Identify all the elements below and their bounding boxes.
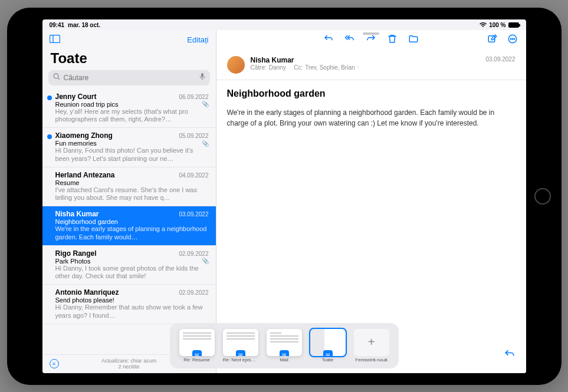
battery-percent: 100 % xyxy=(489,22,505,28)
app-body: Editați Toate Jenny Court 06.09.2022 xyxy=(42,30,526,373)
shelf-item[interactable]: ✉ Toate xyxy=(310,329,346,363)
forward-icon[interactable] xyxy=(366,34,376,47)
msg-preview: Hi Danny, Remember that auto show we too… xyxy=(55,304,209,320)
msg-preview: Hey, y'all! Here are my selects (that's … xyxy=(55,108,209,124)
plus-icon: + xyxy=(354,329,389,356)
trash-icon[interactable] xyxy=(387,34,398,47)
content-pane: Nisha Kumar 03.09.2022 Către: Danny Cc: … xyxy=(216,30,526,373)
sidebar-toggle-icon[interactable] xyxy=(50,35,60,45)
screen: 09:41 mar. 18 oct. 100 % Editați Toate xyxy=(42,19,526,373)
to-label: Către: xyxy=(251,64,267,71)
status-time: 09:41 xyxy=(50,22,65,28)
svg-point-8 xyxy=(512,38,513,39)
message-item[interactable]: Herland Antezana 04.09.2022 Resume I've … xyxy=(42,167,216,207)
mail-app-icon: ✉ xyxy=(323,350,333,356)
home-button[interactable] xyxy=(534,188,551,205)
message-item[interactable]: Nisha Kumar 03.09.2022 Neighborhood gard… xyxy=(42,206,216,246)
mic-icon[interactable] xyxy=(199,73,205,83)
msg-preview: Hi Danny, I took some great photos of th… xyxy=(55,265,209,281)
compose-icon[interactable] xyxy=(487,34,498,47)
message-item[interactable]: Rigo Rangel 02.09.2022 Park Photos 📎 Hi … xyxy=(42,246,216,285)
svg-point-7 xyxy=(510,38,511,39)
msg-date: 05.09.2022 xyxy=(179,133,208,139)
quick-reply-icon[interactable] xyxy=(504,348,516,363)
attachment-icon: 📎 xyxy=(202,140,209,147)
msg-sender: Rigo Rangel xyxy=(55,249,97,258)
reply-icon[interactable] xyxy=(323,34,334,47)
msg-sender: Herland Antezana xyxy=(55,171,115,179)
msg-preview: Hi Danny, Found this photo! Can you beli… xyxy=(55,147,209,163)
search-icon xyxy=(53,73,60,82)
app-shelf: ✉ Re: Resume ✉ Re: Next episode's g… ✉ M… xyxy=(170,323,399,368)
content-toolbar xyxy=(216,30,526,50)
shelf-label: Toate xyxy=(322,357,334,363)
shelf-label: Fereastră nouă xyxy=(355,357,387,363)
battery-icon xyxy=(508,22,519,28)
avatar[interactable] xyxy=(227,56,245,74)
message-item[interactable]: Xiaomeng Zhong 05.09.2022 Fun memories 📎… xyxy=(42,128,216,167)
msg-subject: Reunion road trip pics xyxy=(55,101,119,108)
message-list: Jenny Court 06.09.2022 Reunion road trip… xyxy=(42,89,216,354)
shelf-thumbnail: ✉ xyxy=(179,329,215,356)
mailbox-title: Toate xyxy=(42,50,216,70)
shelf-thumbnail: ✉ xyxy=(223,329,258,356)
shelf-label: Re: Resume xyxy=(183,357,209,363)
msg-date: 04.09.2022 xyxy=(179,172,208,179)
email-from[interactable]: Nisha Kumar xyxy=(251,56,294,64)
msg-preview: We're in the early stages of planning a … xyxy=(55,225,209,242)
svg-rect-0 xyxy=(50,35,60,42)
shelf-thumbnail: ✉ xyxy=(310,329,346,356)
shelf-item[interactable]: ✉ Mail xyxy=(267,329,302,363)
footer-status-2: 2 necitite xyxy=(118,364,139,370)
svg-point-2 xyxy=(54,74,58,78)
reply-all-icon[interactable] xyxy=(344,34,355,47)
attachment-icon: 📎 xyxy=(202,101,209,107)
attachment-icon: 📎 xyxy=(202,258,209,264)
shelf-item[interactable]: ✉ Re: Resume xyxy=(179,329,215,363)
ipad-frame: 09:41 mar. 18 oct. 100 % Editați Toate xyxy=(7,8,562,385)
shelf-label: Re: Next episode's g… xyxy=(223,357,258,363)
msg-subject: Neighborhood garden xyxy=(55,218,118,225)
msg-subject: Send photos please! xyxy=(55,297,114,304)
email-body: Neighborhood garden We're in the early s… xyxy=(216,80,526,137)
sidebar: Editați Toate Jenny Court 06.09.2022 xyxy=(42,30,216,373)
msg-subject: Fun memories xyxy=(55,140,97,147)
msg-date: 02.09.2022 xyxy=(179,289,208,296)
cc-names: Trev, Sophie, Brian xyxy=(305,64,354,71)
move-folder-icon[interactable] xyxy=(408,34,419,47)
sidebar-toolbar: Editați xyxy=(42,30,216,50)
unread-dot-icon xyxy=(47,134,52,139)
shelf-new-window[interactable]: + Fereastră nouă xyxy=(354,329,389,363)
msg-subject: Park Photos xyxy=(55,258,91,265)
status-bar: 09:41 mar. 18 oct. 100 % xyxy=(42,19,526,30)
chevron-right-icon: › xyxy=(357,64,359,70)
filter-button[interactable]: ≡ xyxy=(50,359,59,368)
wifi-icon xyxy=(480,22,487,28)
svg-line-3 xyxy=(58,78,60,80)
search-input[interactable] xyxy=(64,74,196,82)
msg-date: 03.09.2022 xyxy=(179,211,208,218)
msg-sender: Xiaomeng Zhong xyxy=(55,131,113,140)
email-date: 03.09.2022 xyxy=(485,56,515,64)
message-item[interactable]: Jenny Court 06.09.2022 Reunion road trip… xyxy=(42,89,216,129)
email-header: Nisha Kumar 03.09.2022 Către: Danny Cc: … xyxy=(216,50,526,80)
email-recipients[interactable]: Către: Danny Cc: Trev, Sophie, Brian › xyxy=(251,64,516,71)
message-item[interactable]: Antonio Manriquez 02.09.2022 Send photos… xyxy=(42,285,216,324)
footer-status-1: Actualizare: chiar acum xyxy=(101,358,157,364)
msg-date: 02.09.2022 xyxy=(179,251,208,257)
msg-sender: Jenny Court xyxy=(55,93,97,101)
mail-app-icon: ✉ xyxy=(280,350,289,356)
msg-subject: Resume xyxy=(55,179,80,186)
svg-point-9 xyxy=(514,38,515,39)
cc-label: Cc: xyxy=(294,64,303,71)
email-text: We're in the early stages of planning a … xyxy=(227,107,516,129)
mail-app-icon: ✉ xyxy=(236,350,245,356)
search-bar[interactable] xyxy=(48,70,210,85)
shelf-thumbnail: ✉ xyxy=(267,329,302,356)
mail-app-icon: ✉ xyxy=(192,350,202,356)
edit-button[interactable]: Editați xyxy=(187,35,208,44)
unread-dot-icon xyxy=(47,95,52,100)
shelf-item[interactable]: ✉ Re: Next episode's g… xyxy=(223,329,258,363)
more-icon[interactable] xyxy=(507,34,518,47)
msg-preview: I've attached Carol's resume. She's the … xyxy=(55,186,209,203)
